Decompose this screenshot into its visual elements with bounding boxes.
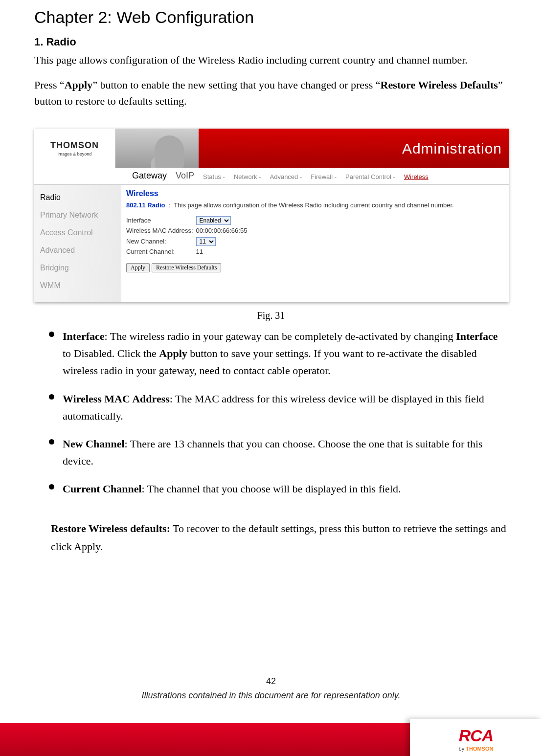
apply-bold: Apply <box>65 79 92 91</box>
curch-value: 11 <box>196 246 250 257</box>
bullet-list: Interface: The wireless radio in your ga… <box>34 326 508 507</box>
disclaimer: Illustrations contained in this document… <box>142 690 401 700</box>
newch-select[interactable]: 11 <box>196 237 216 246</box>
bullet-interface: Interface: The wireless radio in your ga… <box>49 326 508 388</box>
banner-photo <box>115 129 199 168</box>
apply-button[interactable]: Apply <box>126 263 150 272</box>
footer-logo-box: RCA by THOMSON <box>410 719 542 756</box>
rca-logo: RCA <box>459 727 494 744</box>
tab-voip[interactable]: VoIP <box>176 169 194 184</box>
page-sublabel: 802.11 Radio <box>126 201 165 209</box>
sidebar-item-radio[interactable]: Radio <box>40 189 121 206</box>
by-brand: THOMSON <box>466 746 493 752</box>
bullet-label: Interface <box>63 330 105 342</box>
tab-wireless[interactable]: Wireless <box>404 172 429 185</box>
main-panel: Wireless 802.11 Radio : This page allows… <box>121 185 509 302</box>
rca-byline: by THOMSON <box>459 745 494 753</box>
page-subheading: 802.11 Radio : This page allows configur… <box>126 200 504 210</box>
restore-label: Restore Wireless defaults: <box>51 522 170 534</box>
tab-parental[interactable]: Parental Control - <box>345 172 395 185</box>
text: : The channel that you choose will be di… <box>142 483 401 495</box>
sidebar: Radio Primary Network Access Control Adv… <box>34 185 121 302</box>
sidebar-item-advanced[interactable]: Advanced <box>40 242 121 259</box>
interface-label: Interface <box>126 215 196 226</box>
footer-red-bar <box>0 723 410 756</box>
bullet-mac: Wireless MAC Address: The MAC address fo… <box>49 388 508 433</box>
page-number: 42 <box>0 675 542 688</box>
logo-tagline: images & beyond <box>58 151 92 158</box>
interface-select[interactable]: Enabled <box>196 216 231 225</box>
figure-caption: Fig. 31 <box>34 308 508 323</box>
sidebar-item-primary-network[interactable]: Primary Network <box>40 206 121 224</box>
sidebar-item-bridging[interactable]: Bridging <box>40 259 121 277</box>
thomson-logo: THOMSON images & beyond <box>34 129 115 168</box>
tab-network[interactable]: Network - <box>234 172 261 185</box>
bullet-current-channel: Current Channel: The channel that you ch… <box>49 478 508 506</box>
tab-bar: Gateway VoIP Status - Network - Advanced… <box>34 168 509 185</box>
intro-paragraph: This page allows configuration of the Wi… <box>34 52 508 68</box>
sidebar-item-wmm[interactable]: WMM <box>40 277 121 294</box>
tab-status[interactable]: Status - <box>203 172 225 185</box>
bullet-bold: Interface <box>456 330 498 342</box>
embedded-screenshot: THOMSON images & beyond Administration G… <box>34 129 509 302</box>
restore-bold: Restore Wireless Defaults <box>381 79 498 91</box>
text: ” button to enable the new setting that … <box>92 79 380 91</box>
mac-label: Wireless MAC Address: <box>126 225 196 236</box>
mac-value: 00:00:00:66:66:55 <box>196 225 250 236</box>
bullet-new-channel: New Channel: There are 13 channels that … <box>49 433 508 478</box>
apply-bold: Apply <box>159 347 187 359</box>
chapter-title: Chapter 2: Web Configuration <box>34 5 508 30</box>
text: Press “ <box>34 79 65 91</box>
tab-firewall[interactable]: Firewall - <box>311 172 337 185</box>
text: : There are 13 channels that you can cho… <box>63 438 483 467</box>
settings-form: Interface Enabled Wireless MAC Address: … <box>126 215 250 257</box>
tab-advanced[interactable]: Advanced - <box>270 172 302 185</box>
press-paragraph: Press “Apply” button to enable the new s… <box>34 77 508 109</box>
page-subtext: This page allows configuration of the Wi… <box>174 201 453 209</box>
by-prefix: by <box>459 746 466 752</box>
text: to Disabled. Click the <box>63 347 159 359</box>
restore-note: Restore Wireless defaults: To recover to… <box>34 517 508 556</box>
page-heading: Wireless <box>126 188 504 200</box>
restore-button[interactable]: Restore Wireless Defaults <box>152 263 222 272</box>
bullet-label: Wireless MAC Address <box>63 393 170 405</box>
footer-bar: RCA by THOMSON <box>0 719 542 756</box>
tab-gateway[interactable]: Gateway <box>132 169 167 184</box>
logo-text: THOMSON <box>50 139 99 152</box>
sidebar-item-access-control[interactable]: Access Control <box>40 224 121 242</box>
banner-title: Administration <box>199 129 509 168</box>
curch-label: Current Channel: <box>126 246 196 257</box>
newch-label: New Channel: <box>126 236 196 247</box>
bullet-label: New Channel <box>63 438 125 450</box>
bullet-label: Current Channel <box>63 483 142 495</box>
page-footer: 42 Illustrations contained in this docum… <box>0 675 542 702</box>
text: : The wireless radio in your gateway can… <box>105 330 456 342</box>
section-title: 1. Radio <box>34 34 508 50</box>
